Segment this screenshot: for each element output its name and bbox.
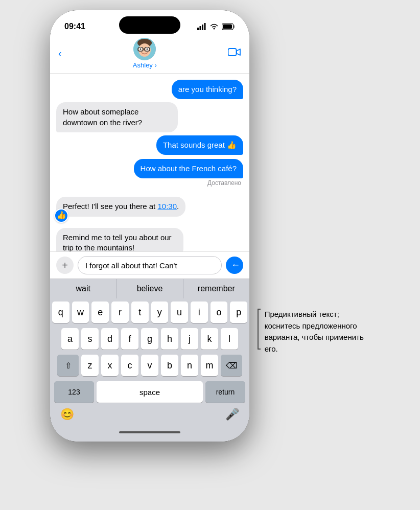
svg-point-16: [140, 49, 142, 50]
key-l[interactable]: l: [221, 328, 238, 350]
home-indicator: [52, 425, 247, 439]
message-row-2: How about someplace downtown on the rive…: [56, 102, 243, 132]
status-time: 09:41: [64, 22, 85, 31]
annotation-bracket: Предиктивный текст; коснитесь предложенн…: [258, 307, 370, 355]
key-b[interactable]: b: [161, 355, 178, 376]
key-j[interactable]: j: [181, 328, 198, 350]
home-bar: [119, 431, 180, 433]
phone-frame: 09:41: [50, 10, 249, 442]
svg-rect-0: [197, 28, 199, 30]
predictive-bar: wait believe remember: [50, 279, 249, 298]
message-row-3: That sounds great 👍: [56, 135, 243, 155]
svg-point-4: [214, 28, 215, 30]
key-f[interactable]: f: [121, 328, 138, 350]
send-button[interactable]: ↑: [226, 257, 243, 274]
message-row-6: Remind me to tell you about our trip to …: [56, 228, 243, 252]
keyboard: q w e r t y u i o p a s d f g: [50, 298, 249, 442]
svg-rect-6: [234, 26, 235, 28]
key-g[interactable]: g: [141, 328, 158, 350]
svg-rect-18: [228, 49, 237, 56]
key-z[interactable]: z: [81, 355, 99, 376]
delete-key[interactable]: ⌫: [221, 355, 242, 376]
key-x[interactable]: x: [101, 355, 119, 376]
phone-screen: 09:41: [50, 10, 249, 442]
message-input[interactable]: I forgot all about that! Can't: [78, 256, 222, 274]
keyboard-row-3: ⇧ z x c v b n m ⌫: [52, 355, 247, 376]
return-key[interactable]: return: [205, 381, 245, 403]
svg-rect-2: [202, 25, 203, 30]
space-key[interactable]: space: [97, 381, 203, 403]
key-i[interactable]: i: [191, 302, 208, 323]
predictive-item-2[interactable]: remember: [183, 279, 249, 298]
key-p[interactable]: p: [230, 302, 247, 323]
mic-key[interactable]: 🎤: [225, 408, 239, 421]
annotation-text: Предиктивный текст; коснитесь предложенн…: [265, 309, 370, 355]
key-w[interactable]: w: [72, 302, 89, 323]
key-o[interactable]: o: [211, 302, 228, 323]
delivered-label: Доставлено: [207, 179, 241, 187]
contact-name[interactable]: Ashley ›: [133, 61, 157, 69]
input-text: I forgot all about that! Can't: [85, 261, 177, 270]
message-row-4: How about the French café? Доставлено: [56, 158, 243, 187]
messages-area: are you thinking? How about someplace do…: [50, 74, 249, 251]
input-bar: + I forgot all about that! Can't ↑: [50, 251, 249, 279]
video-call-button[interactable]: [228, 47, 241, 60]
nav-bar: ‹: [50, 36, 249, 74]
key-v[interactable]: v: [141, 355, 158, 376]
keyboard-row-1: q w e r t y u i o p: [52, 302, 247, 323]
contact-avatar: [133, 38, 156, 60]
message-row-5: Perfect! I'll see you there at 10:30. 👍: [56, 197, 243, 216]
time-link[interactable]: 10:30: [157, 202, 177, 211]
shift-key[interactable]: ⇧: [57, 355, 79, 376]
key-k[interactable]: k: [201, 328, 218, 350]
key-q[interactable]: q: [52, 302, 69, 323]
message-bubble-5[interactable]: Perfect! I'll see you there at 10:30. 👍: [56, 197, 185, 216]
svg-rect-1: [200, 26, 201, 30]
key-e[interactable]: e: [91, 302, 109, 323]
wifi-icon: [209, 23, 219, 30]
message-bubble-6[interactable]: Remind me to tell you about our trip to …: [56, 228, 183, 252]
thumbs-up-reaction: 👍: [54, 208, 68, 223]
key-a[interactable]: a: [61, 328, 79, 350]
svg-rect-7: [223, 25, 232, 29]
bracket-line: [258, 309, 261, 350]
add-attachment-button[interactable]: +: [56, 257, 74, 274]
key-m[interactable]: m: [201, 355, 218, 376]
message-bubble-4[interactable]: How about the French café?: [134, 159, 243, 178]
svg-point-17: [147, 49, 148, 50]
svg-rect-3: [204, 23, 206, 30]
contact-header[interactable]: Ashley ›: [133, 38, 157, 69]
send-arrow-icon: ↑: [230, 263, 239, 268]
key-d[interactable]: d: [101, 328, 119, 350]
key-h[interactable]: h: [161, 328, 178, 350]
message-bubble-2[interactable]: How about someplace downtown on the rive…: [56, 102, 178, 132]
key-r[interactable]: r: [111, 302, 129, 323]
dynamic-island: [119, 16, 180, 34]
keyboard-extras-row: 😊 🎤: [52, 406, 247, 425]
key-y[interactable]: y: [151, 302, 169, 323]
annotation-area: Предиктивный текст; коснитесь предложенн…: [258, 10, 370, 355]
message-row-1: are you thinking?: [56, 80, 243, 99]
predictive-item-1[interactable]: believe: [116, 279, 183, 298]
message-bubble-1[interactable]: are you thinking?: [172, 80, 243, 99]
number-key[interactable]: 123: [54, 381, 94, 403]
predictive-item-0[interactable]: wait: [50, 279, 116, 298]
key-n[interactable]: n: [181, 355, 198, 376]
keyboard-row-2: a s d f g h j k l: [52, 328, 247, 350]
keyboard-bottom-row: 123 space return: [52, 381, 247, 406]
key-c[interactable]: c: [121, 355, 138, 376]
key-u[interactable]: u: [171, 302, 188, 323]
message-bubble-3[interactable]: That sounds great 👍: [156, 135, 243, 155]
status-icons: [197, 23, 235, 30]
back-button[interactable]: ‹: [58, 48, 62, 59]
signal-icon: [197, 23, 206, 30]
key-t[interactable]: t: [131, 302, 149, 323]
battery-icon: [222, 23, 235, 30]
emoji-key[interactable]: 😊: [60, 408, 74, 421]
key-s[interactable]: s: [81, 328, 99, 350]
